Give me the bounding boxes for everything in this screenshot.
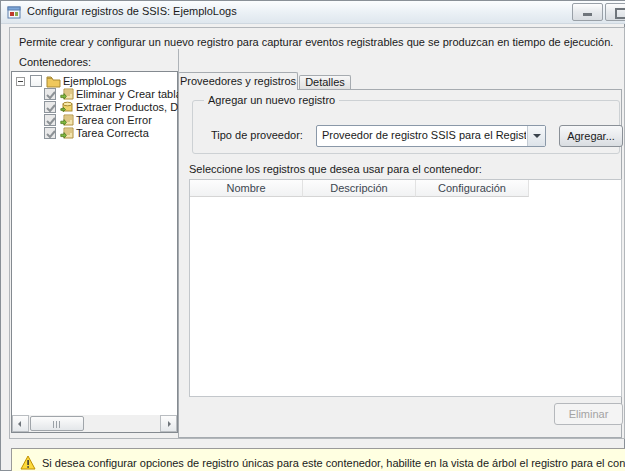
task-checkbox[interactable]: [44, 88, 56, 100]
scrollbar-thumb[interactable]: [30, 416, 84, 431]
column-header-nombre[interactable]: Nombre: [190, 180, 303, 197]
root-checkbox[interactable]: [30, 75, 42, 87]
tab-providers[interactable]: Proveedores y registros: [178, 72, 298, 90]
maximize-button[interactable]: [605, 3, 625, 21]
logs-listview[interactable]: Nombre Descripción Configuración: [189, 179, 622, 397]
tab-details[interactable]: Detalles: [299, 75, 351, 89]
minimize-icon: [583, 13, 592, 16]
warning-text: Si desea configurar opciones de registro…: [42, 457, 625, 469]
scroll-left-button[interactable]: [12, 415, 29, 432]
tree-label[interactable]: Tarea con Error: [76, 114, 152, 127]
column-header-configuracion[interactable]: Configuración: [416, 180, 529, 197]
delete-button[interactable]: Eliminar: [554, 403, 623, 425]
scroll-left-icon: [18, 421, 21, 427]
task-checkbox[interactable]: [44, 127, 56, 139]
add-log-group-title: Agregar un nuevo registro: [204, 94, 339, 106]
tree-label[interactable]: Extraer Productos, Div: [76, 101, 186, 114]
tree-label[interactable]: Eliminar y Crear tabla: [76, 88, 182, 101]
titlebar[interactable]: Configurar registros de SSIS: EjemploLog…: [1, 1, 625, 24]
tree-label-root[interactable]: EjemploLogs: [63, 75, 127, 88]
add-button[interactable]: Agregar...: [559, 125, 623, 147]
data-flow-task-icon: [60, 101, 75, 114]
maximize-icon: [615, 8, 625, 19]
task-checkbox[interactable]: [44, 101, 56, 113]
scroll-right-button[interactable]: [160, 415, 177, 432]
task-checkbox[interactable]: [44, 114, 56, 126]
containers-tree[interactable]: EjemploLogs Eliminar y Crear tabla: [11, 71, 178, 433]
dialog-window: Configurar registros de SSIS: EjemploLog…: [0, 0, 625, 471]
task-icon: [60, 88, 75, 101]
folder-icon: [46, 75, 61, 88]
tree-horizontal-scrollbar[interactable]: [12, 415, 177, 432]
combobox-dropdown-button[interactable]: [527, 126, 545, 146]
warning-bar: Si desea configurar opciones de registro…: [11, 448, 625, 471]
scroll-right-icon: [168, 421, 171, 427]
warning-icon: [20, 455, 36, 470]
provider-type-value: Proveedor de registro SSIS para el Regis…: [322, 129, 526, 141]
collapse-icon[interactable]: [16, 77, 25, 86]
chevron-down-icon: [533, 134, 541, 142]
task-icon: [60, 114, 75, 127]
select-logs-label: Seleccione los registros que desea usar …: [189, 163, 482, 175]
listview-body-empty[interactable]: [190, 197, 621, 396]
minimize-button[interactable]: [572, 3, 603, 21]
containers-label: Contenedores:: [19, 56, 91, 68]
provider-type-combobox[interactable]: Proveedor de registro SSIS para el Regis…: [316, 125, 546, 147]
provider-type-label: Tipo de proveedor:: [211, 129, 303, 141]
scrollbar-grip-icon: [53, 421, 61, 428]
window-title: Configurar registros de SSIS: EjemploLog…: [27, 1, 237, 22]
app-icon: [7, 5, 21, 19]
dialog-description: Permite crear y configurar un nuevo regi…: [19, 36, 613, 48]
tree-label[interactable]: Tarea Correcta: [76, 127, 149, 140]
task-icon: [60, 127, 75, 140]
column-header-descripcion[interactable]: Descripción: [303, 180, 416, 197]
listview-header: Nombre Descripción Configuración: [190, 180, 529, 197]
